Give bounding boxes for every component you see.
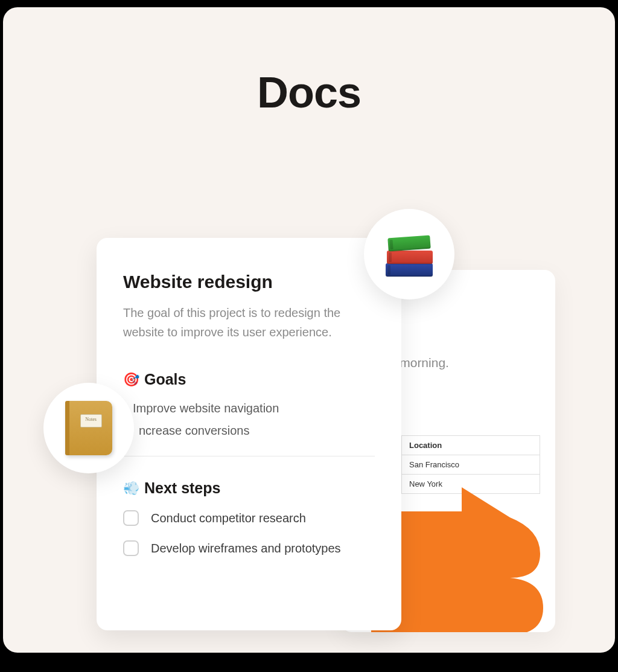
notebook-icon: Notes — [65, 401, 112, 455]
goals-heading-label: Goals — [144, 371, 186, 388]
next-step-label: Develop wireframes and prototypes — [151, 542, 341, 555]
target-icon: 🎯 — [123, 372, 139, 388]
dash-icon: 💨 — [123, 481, 139, 496]
next-steps-heading-label: Next steps — [144, 479, 220, 497]
section-divider — [123, 456, 375, 456]
books-stack-icon — [386, 231, 433, 278]
next-steps-heading: 💨 Next steps — [123, 479, 375, 497]
notebook-label-text: Notes — [85, 417, 97, 422]
document-description: The goal of this project is to redesign … — [123, 303, 375, 342]
canvas: Docs in the morning. Location San Franci… — [3, 7, 615, 653]
goal-item: Improve website navigation — [133, 402, 375, 415]
background-table: Location San Francisco New York — [401, 435, 540, 494]
page-title: Docs — [3, 68, 615, 117]
next-steps-list: Conduct competitor research Develop wire… — [123, 510, 375, 556]
main-document-card: Website redesign The goal of this projec… — [97, 238, 401, 630]
document-title: Website redesign — [123, 272, 375, 292]
checkbox[interactable] — [123, 510, 139, 526]
next-step-label: Conduct competitor research — [151, 511, 306, 525]
books-badge — [364, 209, 454, 299]
table-row: San Francisco — [401, 455, 540, 474]
next-step-item: Conduct competitor research — [123, 510, 375, 526]
next-step-item: Develop wireframes and prototypes — [123, 540, 375, 556]
goal-item: ncrease conversions — [139, 424, 375, 438]
notebook-badge: Notes — [43, 383, 134, 473]
checkbox[interactable] — [123, 540, 139, 556]
goals-heading: 🎯 Goals — [123, 371, 375, 388]
table-header-location: Location — [401, 435, 540, 455]
